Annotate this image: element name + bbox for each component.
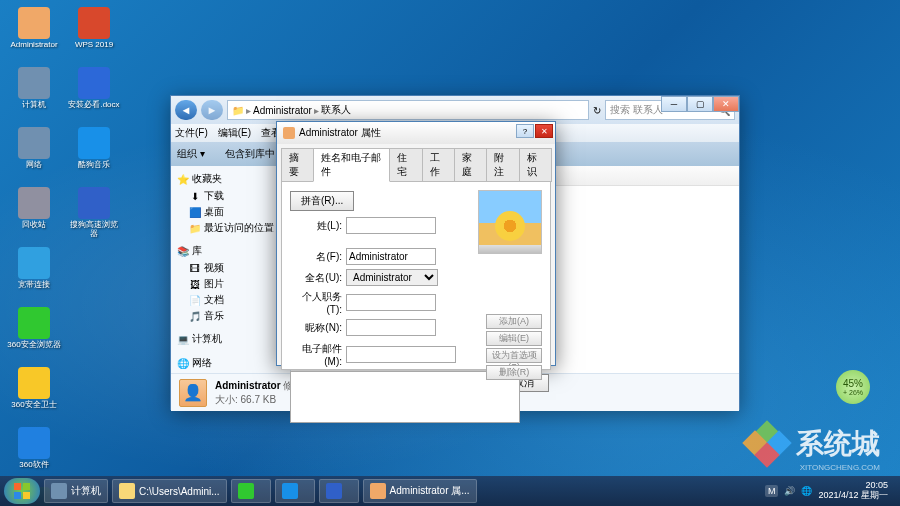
sidebar-item[interactable]: 🟦桌面: [173, 204, 288, 220]
tab-4[interactable]: 家庭: [454, 148, 487, 182]
email-label: 电子邮件(M):: [290, 342, 346, 367]
desktop-icon[interactable]: Administrator: [5, 5, 63, 63]
desktop-icons: AdministratorWPS 2019计算机安装必看.docx网络酷狗音乐回…: [5, 5, 123, 506]
sidebar-group[interactable]: 🌐网络: [173, 354, 288, 372]
dialog-titlebar[interactable]: Administrator 属性: [277, 122, 555, 144]
desktop-icon[interactable]: 酷狗音乐: [65, 125, 123, 183]
svg-rect-2: [14, 492, 21, 499]
sidebar-item[interactable]: 📁最近访问的位置: [173, 220, 288, 236]
dialog-title: Administrator 属性: [299, 126, 381, 140]
fullname-label: 全名(U):: [290, 271, 346, 285]
tab-6[interactable]: 标识: [519, 148, 552, 182]
tab-1[interactable]: 姓名和电子邮件: [313, 148, 390, 182]
nickname-label: 昵称(N):: [290, 321, 346, 335]
tab-2[interactable]: 住宅: [389, 148, 422, 182]
system-tray[interactable]: M 🔊 🌐 20:05 2021/4/12 星期一: [765, 481, 896, 501]
watermark: 系统城: [746, 422, 880, 466]
tray-icon[interactable]: 🌐: [801, 486, 812, 496]
taskbar-item[interactable]: [275, 479, 315, 503]
tab-3[interactable]: 工作: [422, 148, 455, 182]
start-button[interactable]: [4, 478, 40, 504]
forward-button[interactable]: ►: [201, 100, 223, 120]
properties-dialog: Administrator 属性 ? ✕ 摘要姓名和电子邮件住宅工作家庭附注标识…: [276, 121, 556, 366]
desktop-icon[interactable]: 安装必看.docx: [65, 65, 123, 123]
sidebar-item[interactable]: 🎵音乐: [173, 308, 288, 324]
email-action-button[interactable]: 设为首选项(S): [486, 348, 542, 363]
sidebar-group[interactable]: ⭐收藏夹: [173, 170, 288, 188]
close-button[interactable]: ✕: [713, 96, 739, 112]
tray-icon[interactable]: 🔊: [784, 486, 795, 496]
tab-0[interactable]: 摘要: [281, 148, 314, 182]
status-name: Administrator: [215, 380, 281, 391]
surname-label: 姓(L):: [290, 219, 346, 233]
svg-rect-0: [14, 483, 21, 490]
desktop-icon[interactable]: 360软件: [5, 425, 63, 483]
taskbar-item[interactable]: 计算机: [44, 479, 108, 503]
contact-icon: [179, 379, 207, 407]
pinyin-button[interactable]: 拼音(R)...: [290, 191, 354, 211]
close-button[interactable]: ✕: [535, 124, 553, 138]
fullname-select[interactable]: Administrator: [346, 269, 438, 286]
contact-photo[interactable]: [478, 190, 542, 254]
email-action-button[interactable]: 编辑(E): [486, 331, 542, 346]
sidebar-item[interactable]: ⬇下载: [173, 188, 288, 204]
nickname-input[interactable]: [346, 319, 436, 336]
explorer-window-controls: ─ ▢ ✕: [661, 96, 739, 112]
desktop-icon[interactable]: 回收站: [5, 185, 63, 243]
back-button[interactable]: ◄: [175, 100, 197, 120]
title-input[interactable]: [346, 294, 436, 311]
address-bar[interactable]: 📁 ▸ Administrator ▸ 联系人: [227, 100, 589, 120]
clock[interactable]: 20:05 2021/4/12 星期一: [818, 481, 888, 501]
minimize-button[interactable]: ─: [661, 96, 687, 112]
sidebar-item[interactable]: 🎞视频: [173, 260, 288, 276]
sidebar-item[interactable]: 📄文档: [173, 292, 288, 308]
taskbar-item[interactable]: [231, 479, 271, 503]
help-button[interactable]: ?: [516, 124, 534, 138]
explorer-sidebar: ⭐收藏夹⬇下载🟦桌面📁最近访问的位置📚库🎞视频🖼图片📄文档🎵音乐💻计算机🌐网络: [171, 166, 291, 373]
desktop-icon[interactable]: 搜狗高速浏览器: [65, 185, 123, 243]
maximize-button[interactable]: ▢: [687, 96, 713, 112]
desktop-icon[interactable]: WPS 2019: [65, 5, 123, 63]
tab-5[interactable]: 附注: [486, 148, 519, 182]
taskbar-item[interactable]: Administrator 属...: [363, 479, 477, 503]
desktop-icon[interactable]: 360安全浏览器: [5, 305, 63, 363]
email-action-button[interactable]: 添加(A): [486, 314, 542, 329]
menu-item[interactable]: 文件(F): [175, 126, 208, 140]
desktop-icon[interactable]: 网络: [5, 125, 63, 183]
dialog-tabs: 摘要姓名和电子邮件住宅工作家庭附注标识: [277, 144, 555, 182]
toolbar-item[interactable]: 组织 ▾: [177, 147, 205, 161]
folder-icon: 📁: [232, 105, 244, 116]
title-label: 个人职务(T):: [290, 290, 346, 315]
surname-input[interactable]: [346, 217, 436, 234]
desktop-icon[interactable]: 360安全卫士: [5, 365, 63, 423]
toolbar-item[interactable]: 包含到库中 ▾: [225, 147, 283, 161]
menu-item[interactable]: 编辑(E): [218, 126, 251, 140]
taskbar: 计算机C:\Users\Admini...Administrator 属... …: [0, 476, 900, 506]
contact-icon: [283, 127, 295, 139]
watermark-sub: XITONGCHENG.COM: [800, 463, 880, 472]
lang-indicator[interactable]: M: [765, 485, 779, 497]
taskbar-item[interactable]: C:\Users\Admini...: [112, 479, 227, 503]
sidebar-group[interactable]: 💻计算机: [173, 330, 288, 348]
performance-badge[interactable]: 45% + 26%: [836, 370, 870, 404]
taskbar-item[interactable]: [319, 479, 359, 503]
name-label: 名(F):: [290, 250, 346, 264]
dialog-body: 拼音(R)... 姓(L): 名(F): 全名(U):Administrator…: [281, 182, 551, 370]
sidebar-item[interactable]: 🖼图片: [173, 276, 288, 292]
svg-rect-3: [23, 492, 30, 499]
explorer-titlebar: ◄ ► 📁 ▸ Administrator ▸ 联系人 ↻ 搜索 联系人🔍: [171, 96, 739, 124]
breadcrumb-item[interactable]: 联系人: [321, 103, 351, 117]
refresh-icon[interactable]: ↻: [593, 105, 601, 116]
name-input[interactable]: [346, 248, 436, 265]
sidebar-group[interactable]: 📚库: [173, 242, 288, 260]
breadcrumb-item[interactable]: Administrator: [253, 105, 312, 116]
desktop-icon[interactable]: 计算机: [5, 65, 63, 123]
email-input[interactable]: [346, 346, 456, 363]
email-action-button[interactable]: 删除(R): [486, 365, 542, 380]
svg-rect-1: [23, 483, 30, 490]
desktop-icon[interactable]: 宽带连接: [5, 245, 63, 303]
